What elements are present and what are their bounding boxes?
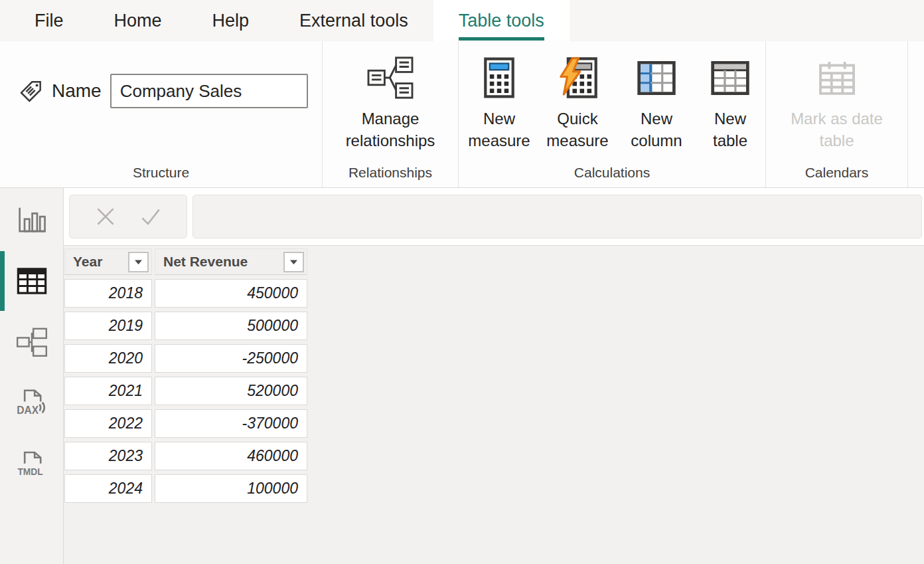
table-column-highlight-icon — [637, 56, 676, 100]
dax-document-icon: DAX — [16, 387, 48, 419]
cell-year[interactable]: 2018 — [64, 279, 152, 308]
table-name-input[interactable] — [110, 74, 308, 108]
group-label-structure: Structure — [0, 165, 322, 187]
table-grid-icon — [711, 56, 749, 100]
sidebar-item-table-view[interactable] — [0, 250, 63, 312]
new-measure-label: New measure — [463, 108, 535, 151]
new-table-button[interactable]: New table — [698, 53, 762, 154]
cell-net-revenue[interactable]: -250000 — [155, 344, 307, 373]
model-diagram-icon — [16, 328, 48, 357]
new-measure-button[interactable]: New measure — [462, 53, 536, 154]
cell-net-revenue[interactable]: 100000 — [155, 474, 307, 503]
table-row: 2020-250000 — [64, 344, 307, 373]
table-body: 201845000020195000002020-250000202152000… — [64, 279, 307, 503]
table-row: 2022-370000 — [64, 409, 307, 438]
new-table-label: New table — [700, 108, 761, 151]
cell-year[interactable]: 2024 — [64, 474, 152, 503]
tab-home[interactable]: Home — [89, 0, 187, 41]
new-column-button[interactable]: New column — [619, 53, 694, 154]
cell-year[interactable]: 2022 — [64, 409, 152, 438]
cell-year[interactable]: 2020 — [64, 344, 152, 373]
column-header-net-revenue[interactable]: Net Revenue — [155, 248, 307, 275]
quick-measure-label: Quick measure — [542, 108, 613, 151]
ribbon-group-calendars: Mark as date table Calendars — [766, 41, 908, 187]
svg-text:DAX: DAX — [17, 405, 39, 416]
group-label-calculations: Calculations — [459, 165, 765, 187]
cancel-formula-button[interactable] — [94, 205, 117, 228]
calendar-table-icon — [818, 56, 856, 100]
dropdown-arrow-icon — [134, 259, 143, 265]
quick-measure-button[interactable]: Quick measure — [540, 53, 615, 154]
column-header-label: Net Revenue — [163, 254, 248, 270]
ribbon-group-relationships: Manage relationships Relationships — [323, 41, 459, 187]
formula-input[interactable] — [193, 195, 922, 238]
ribbon-group-calculations: New measure Quick measure — [459, 41, 766, 187]
group-label-calendars: Calendars — [766, 165, 907, 187]
net-revenue-filter-dropdown[interactable] — [283, 252, 304, 272]
tag-icon — [19, 79, 43, 104]
table-row: 2018450000 — [64, 279, 307, 308]
sidebar-item-dax-query-view[interactable]: DAX — [0, 373, 63, 434]
mark-as-date-table-button[interactable]: Mark as date table — [777, 53, 897, 154]
formula-bar — [64, 188, 924, 245]
data-grid-icon — [17, 268, 47, 294]
column-header-label: Year — [73, 254, 102, 270]
mark-as-date-table-label: Mark as date table — [778, 108, 896, 151]
table-header-row: Year Net Revenue — [64, 248, 307, 275]
ribbon-group-structure: Name Structure — [0, 41, 323, 187]
column-header-year[interactable]: Year — [64, 248, 152, 275]
menubar: File Home Help External tools Table tool… — [0, 0, 924, 41]
group-label-relationships: Relationships — [323, 165, 458, 187]
svg-text:TMDL: TMDL — [17, 467, 42, 477]
sidebar-item-tmdl-view[interactable]: TMDL — [0, 434, 63, 495]
tab-file[interactable]: File — [9, 0, 89, 41]
cell-year[interactable]: 2019 — [64, 312, 152, 340]
commit-formula-button[interactable] — [139, 205, 162, 228]
cell-net-revenue[interactable]: -370000 — [155, 409, 307, 438]
ribbon-spacer — [908, 41, 924, 187]
cell-year[interactable]: 2023 — [64, 442, 152, 470]
table-row: 2019500000 — [64, 312, 307, 340]
relationship-diagram-icon — [365, 56, 416, 100]
ribbon: Name Structure Manage r — [0, 41, 924, 188]
cell-net-revenue[interactable]: 460000 — [155, 442, 307, 470]
data-table: Year Net Revenue 20184500002019500000202… — [64, 248, 307, 503]
tab-table-tools[interactable]: Table tools — [433, 0, 570, 41]
bar-chart-icon — [17, 206, 46, 234]
calculator-lightning-icon — [558, 56, 597, 100]
cell-year[interactable]: 2021 — [64, 377, 152, 405]
manage-relationships-label: Manage relationships — [326, 108, 455, 151]
name-label: Name — [52, 80, 102, 102]
cell-net-revenue[interactable]: 500000 — [155, 312, 307, 340]
year-filter-dropdown[interactable] — [128, 252, 149, 272]
new-column-label: New column — [620, 108, 693, 151]
calculator-icon — [484, 56, 514, 100]
data-view-canvas: Year Net Revenue 20184500002019500000202… — [64, 245, 924, 564]
table-row: 2023460000 — [64, 442, 307, 470]
table-row: 2021520000 — [64, 377, 307, 405]
view-sidebar: DAX TMDL — [0, 188, 64, 564]
formula-actions — [69, 195, 187, 238]
cell-net-revenue[interactable]: 450000 — [155, 279, 307, 308]
dropdown-arrow-icon — [289, 259, 298, 265]
manage-relationships-button[interactable]: Manage relationships — [325, 53, 456, 154]
sidebar-item-report-view[interactable] — [0, 189, 63, 250]
tmdl-document-icon: TMDL — [16, 448, 48, 480]
sidebar-item-model-view[interactable] — [0, 312, 63, 373]
tab-help[interactable]: Help — [187, 0, 275, 41]
tab-external-tools[interactable]: External tools — [274, 0, 433, 41]
table-row: 2024100000 — [64, 474, 307, 503]
cell-net-revenue[interactable]: 520000 — [155, 377, 307, 405]
